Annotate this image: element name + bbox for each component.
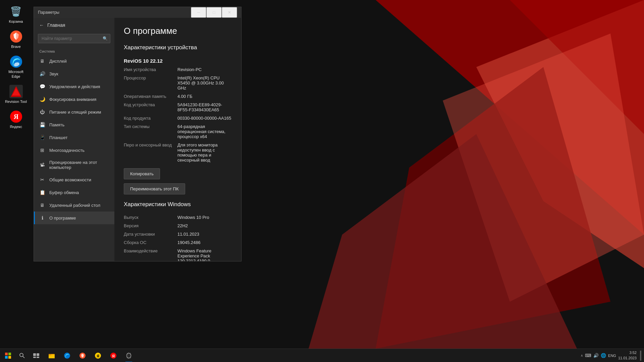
device-name-row: Имя устройства Revision-PC (124, 65, 232, 74)
sidebar-item-about[interactable]: ℹ О программе (34, 212, 114, 224)
sidebar-item-focus[interactable]: 🌙 Фокусировка внимания (34, 93, 114, 106)
settings-sidebar: ← Главная 🔍 Система 🖥 Дисплей 🔊 Зв (34, 18, 114, 261)
sidebar-home-btn[interactable]: ← Главная (34, 19, 114, 31)
about-icon: ℹ (39, 215, 45, 221)
edge-icon (9, 55, 23, 68)
svg-rect-16 (8, 353, 11, 355)
taskbar: Я Я ∧ ⌨ 🔊 🌐 (0, 349, 644, 362)
search-input[interactable] (38, 34, 110, 43)
tray-keyboard-icon: ⌨ (585, 353, 591, 358)
taskbar-apps: Я Я (44, 349, 578, 362)
svg-point-28 (64, 353, 70, 359)
desktop: 🗑️ Корзина Brave Microsoft Edge (0, 0, 644, 362)
multitask-icon: ⊞ (39, 147, 45, 153)
back-icon: ← (39, 22, 44, 28)
sidebar-item-notifications[interactable]: 💬 Уведомления и действия (34, 80, 114, 93)
svg-rect-24 (37, 357, 39, 358)
taskbar-right: ∧ ⌨ 🔊 🌐 ENG 3:52 11.01.2023 (578, 350, 644, 361)
install-date-label: Дата установки (124, 232, 177, 237)
yandex-label: Яндекс (10, 125, 22, 129)
os-name-value: ReviOS 10 22.12 (124, 58, 232, 64)
os-build-value: 19045.2486 (177, 240, 232, 245)
taskbar-explorer[interactable] (44, 349, 59, 362)
svg-text:Я: Я (13, 113, 18, 120)
desktop-background (241, 0, 644, 349)
tray-network-icon[interactable]: 🌐 (601, 353, 606, 358)
taskbar-yandex-browser[interactable]: Я (91, 349, 105, 362)
taskbar-date: 11.01.2023 (618, 356, 637, 361)
rename-pc-button[interactable]: Переименовать этот ПК (124, 183, 185, 194)
multitask-label: Многозадачность (49, 148, 85, 153)
taskbar-edge[interactable] (60, 349, 74, 362)
experience-row: Взаимодействие Windows Feature Experienc… (124, 247, 232, 261)
pen-label: Перо и сенсорный ввод (124, 142, 177, 163)
pen-value: Для этого монитора недоступен ввод с пом… (177, 142, 232, 163)
edition-value: Windows 10 Pro (177, 215, 232, 220)
sidebar-item-tablet[interactable]: 📱 Планшет (34, 131, 114, 144)
device-id-value: 5A941230-EE89-4029-8F55-F3349430EA65 (177, 102, 232, 112)
product-id-value: 00330-80000-00000-AA165 (177, 116, 232, 121)
taskbar-yandex[interactable]: Я (106, 349, 121, 362)
start-button[interactable] (1, 349, 15, 362)
desktop-icon-revision-tool[interactable]: Revision Tool (3, 83, 29, 105)
settings-body: ← Главная 🔍 Система 🖥 Дисплей 🔊 Зв (34, 18, 241, 261)
sidebar-item-multitask[interactable]: ⊞ Многозадачность (34, 144, 114, 157)
edge-label: Microsoft Edge (5, 70, 27, 78)
copy-device-button[interactable]: Копировать (124, 168, 160, 179)
system-type-value: 64-разрядная операционная система, проце… (177, 124, 232, 139)
sidebar-item-storage[interactable]: 💾 Память (34, 118, 114, 131)
system-type-row: Тип системы 64-разрядная операционная си… (124, 122, 232, 141)
experience-value: Windows Feature Experience Pack 120.2212… (177, 248, 232, 261)
sidebar-item-shared[interactable]: ✂ Общие возможности (34, 173, 114, 186)
search-button[interactable] (15, 349, 29, 362)
focus-label: Фокусировка внимания (49, 97, 96, 102)
remote-icon: 🖥 (39, 202, 45, 208)
system-type-label: Тип системы (124, 124, 177, 139)
taskbar-left (0, 349, 44, 362)
shared-icon: ✂ (39, 177, 45, 183)
sidebar-item-sound[interactable]: 🔊 Звук (34, 67, 114, 80)
pen-row: Перо и сенсорный ввод Для этого монитора… (124, 141, 232, 164)
taskbar-settings[interactable] (121, 349, 136, 362)
maximize-button[interactable]: □ (206, 7, 222, 18)
show-desktop-button[interactable] (640, 351, 641, 361)
sidebar-item-project[interactable]: 📽 Проецирование на этот компьютер (34, 157, 114, 173)
home-label: Главная (47, 22, 65, 28)
svg-text:Я: Я (112, 354, 115, 358)
svg-rect-17 (5, 356, 8, 359)
window-title: Параметры (38, 10, 191, 15)
svg-rect-18 (8, 356, 11, 359)
tray-chevron[interactable]: ∧ (581, 354, 583, 357)
taskbar-time-display[interactable]: 3:52 11.01.2023 (618, 350, 637, 361)
task-view-button[interactable] (30, 349, 43, 362)
sidebar-item-clipboard[interactable]: 📋 Буфер обмена (34, 186, 114, 199)
desktop-icon-yandex[interactable]: Я Яндекс (3, 109, 29, 130)
notifications-label: Уведомления и действия (49, 84, 100, 89)
clipboard-label: Буфер обмена (49, 190, 79, 195)
focus-icon: 🌙 (39, 96, 45, 102)
version-row: Версия 22H2 (124, 222, 232, 230)
svg-rect-21 (33, 353, 36, 356)
desktop-icon-brave[interactable]: Brave (3, 28, 29, 50)
desktop-icon-recycle-bin[interactable]: 🗑️ Корзина (3, 3, 29, 25)
svg-line-20 (23, 356, 24, 358)
remote-label: Удаленный рабочий стол (49, 203, 100, 208)
taskbar-lang[interactable]: ENG (608, 354, 616, 358)
desktop-icon-edge[interactable]: Microsoft Edge (3, 54, 29, 80)
search-icon: 🔍 (103, 36, 108, 41)
shared-label: Общие возможности (49, 177, 91, 182)
svg-rect-23 (33, 357, 36, 358)
sidebar-item-power[interactable]: ⏻ Питание и спящий режим (34, 106, 114, 118)
close-button[interactable]: ✕ (222, 7, 237, 18)
device-name-label: Имя устройства (124, 67, 177, 72)
minimize-button[interactable]: ─ (191, 7, 206, 18)
taskbar-brave[interactable] (75, 349, 90, 362)
sound-label: Звук (49, 71, 58, 76)
settings-window: Параметры ─ □ ✕ ← Главная 🔍 (34, 7, 241, 261)
sidebar-item-remote[interactable]: 🖥 Удаленный рабочий стол (34, 199, 114, 212)
product-id-label: Код продукта (124, 116, 177, 121)
tray-speaker-icon[interactable]: 🔊 (593, 353, 599, 358)
sidebar-item-display[interactable]: 🖥 Дисплей (34, 55, 114, 67)
about-label: О программе (49, 216, 76, 221)
project-label: Проецирование на этот компьютер (49, 160, 109, 170)
